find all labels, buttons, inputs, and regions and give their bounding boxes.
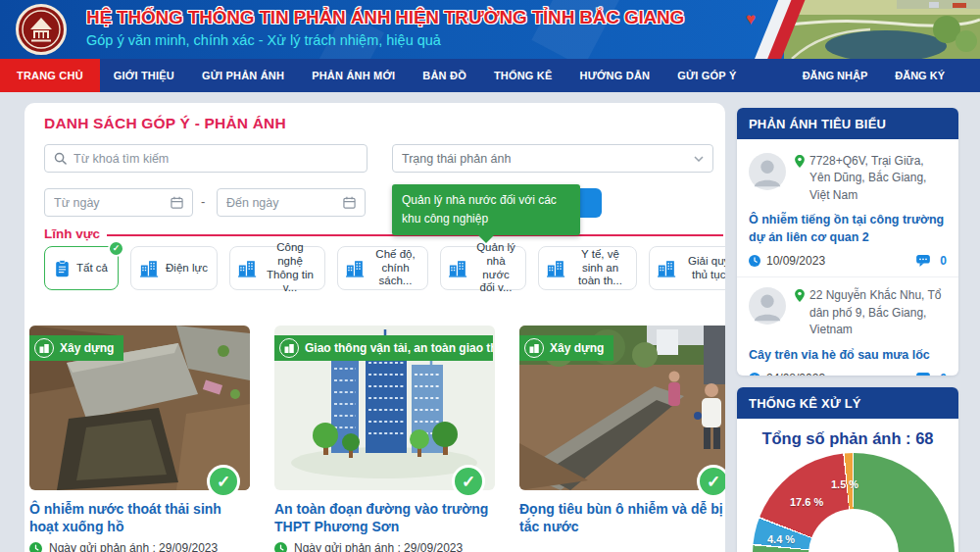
from-date-input[interactable]	[54, 196, 164, 210]
category-button-dien-luc[interactable]: Điện lực	[130, 246, 218, 290]
heart-icon: ♥	[746, 10, 756, 29]
category-section-label: Lĩnh vực	[44, 226, 100, 241]
card-date-text: Ngày gửi phản ánh : 29/09/2023	[49, 541, 218, 552]
building-icon	[34, 338, 54, 358]
featured-date: 24/08/2023	[766, 372, 825, 376]
avatar	[749, 287, 786, 325]
category-badge: Giao thông vận tải, an toàn giao thông	[274, 335, 493, 361]
featured-panel: PHẢN ÁNH TIÊU BIỂU 7728+Q6V, Trại Giữa, …	[737, 108, 958, 376]
nav-item-phan-anh-moi[interactable]: PHẢN ÁNH MỚI	[298, 59, 409, 92]
from-date-field	[44, 188, 193, 217]
badge-label: Xây dựng	[550, 341, 604, 355]
nav-item-ban-do[interactable]: BẢN ĐỒ	[409, 59, 480, 92]
featured-address: 22 Nguyễn Khắc Nhu, Tổ dân phố 9, Bắc Gi…	[809, 287, 947, 338]
building-icon	[547, 260, 565, 277]
check-icon: ✓	[108, 240, 124, 257]
donut-label-orange: 1.5 %	[831, 478, 858, 490]
stats-panel: THỐNG KÊ XỬ LÝ Tổng số phản ánh : 68 1.5…	[737, 387, 958, 552]
province-logo[interactable]	[16, 4, 67, 55]
report-photo: Xây dựng ✓	[519, 326, 725, 490]
clock-icon	[274, 542, 287, 552]
status-check-icon: ✓	[697, 465, 725, 498]
site-slogan: Góp ý văn minh, chính xác - Xử lý trách …	[86, 32, 684, 48]
date-range-separator: -	[201, 194, 205, 209]
building-icon	[140, 260, 159, 277]
search-icon	[54, 152, 67, 165]
category-label: Y tế, vệ sinh an toàn th...	[572, 248, 628, 288]
card-date-text: Ngày gửi phản ánh : 29/09/2023	[294, 541, 463, 552]
report-card[interactable]: Xây dựng ✓ Ô nhiễm nước thoát thải sinh …	[29, 326, 250, 552]
search-input[interactable]	[74, 152, 358, 166]
category-badge: Xây dựng	[519, 335, 613, 361]
nav-item-thong-ke[interactable]: THỐNG KÊ	[480, 59, 566, 92]
building-icon	[524, 338, 544, 358]
building-icon	[346, 260, 365, 277]
calendar-icon[interactable]	[343, 196, 356, 209]
status-check-icon: ✓	[452, 465, 485, 498]
nav-item-trang-chu[interactable]: TRANG CHỦ	[0, 59, 100, 92]
building-icon	[449, 260, 467, 277]
category-button-quan-ly[interactable]: Quản lý nhà nước đối v...	[440, 246, 526, 290]
stats-total: Tổng số phản ánh : 68	[737, 429, 958, 448]
card-title[interactable]: Đọng tiêu bùn ô nhiễm và dễ bị tắc nước	[519, 500, 725, 535]
nav-item-huong-dan[interactable]: HƯỚNG DẪN	[566, 59, 664, 92]
badge-label: Giao thông vận tải, an toàn giao thông	[305, 341, 493, 355]
main-nav: TRANG CHỦ GIỚI THIỆU GỬI PHẢN ÁNH PHẢN Á…	[0, 59, 980, 92]
card-date: Ngày gửi phản ánh : 29/09/2023	[29, 541, 250, 552]
featured-item[interactable]: 7728+Q6V, Trại Giữa, Yên Dũng, Bắc Giang…	[737, 143, 958, 276]
category-label: Giải quyết thủ tục...	[683, 255, 725, 282]
donut-label-red: 17.6 %	[790, 496, 823, 508]
main-panel: DANH SÁCH GÓP Ý - PHẢN ÁNH Trạng thái ph…	[24, 103, 725, 552]
report-photo: Xây dựng ✓	[29, 326, 250, 490]
nav-item-gui-gop-y[interactable]: GỬI GÓP Ý	[663, 59, 750, 92]
site-title: HỆ THỐNG THÔNG TIN PHẢN ÁNH HIỆN TRƯỜNG …	[86, 7, 684, 28]
category-button-giai-quyet[interactable]: Giải quyết thủ tục...	[649, 246, 725, 290]
stats-panel-title: THỐNG KÊ XỬ LÝ	[737, 387, 958, 419]
clock-icon	[749, 255, 760, 267]
category-label: Điện lực	[166, 262, 208, 276]
building-icon	[279, 338, 299, 358]
comment-icon	[916, 373, 930, 376]
card-title[interactable]: Ô nhiễm nước thoát thải sinh hoạt xuống …	[29, 500, 250, 536]
category-button-che-do[interactable]: Chế độ, chính sách...	[337, 246, 428, 290]
province-crest-icon	[22, 10, 61, 49]
comment-icon	[916, 255, 930, 267]
clock-icon	[749, 373, 760, 376]
status-select[interactable]: Trạng thái phản ánh	[392, 144, 713, 173]
comment-count: 0	[940, 254, 947, 268]
calendar-icon[interactable]	[171, 196, 183, 209]
category-badge: Xây dựng	[29, 335, 123, 361]
report-card[interactable]: Xây dựng ✓ Đọng tiêu bùn ô nhiễm và dễ b…	[519, 326, 725, 552]
card-title[interactable]: An toàn đoạn đường vào trường THPT Phươn…	[274, 500, 495, 536]
category-button-tat-ca[interactable]: Tất cả ✓	[44, 246, 119, 290]
app-header: ♥ HỆ THỐNG THÔNG TIN PHẢN ÁNH HIỆN TRƯỜN…	[0, 0, 980, 59]
header-banner-image	[784, 0, 980, 59]
featured-title[interactable]: Ô nhiễm tiếng ồn tại công trường dự án l…	[749, 211, 947, 246]
category-button-cong-nghe[interactable]: Công nghệ Thông tin v...	[229, 246, 325, 290]
status-check-icon: ✓	[207, 465, 240, 498]
clipboard-icon	[55, 260, 70, 277]
badge-label: Xây dựng	[60, 341, 114, 355]
login-link[interactable]: ĐĂNG NHẬP	[789, 59, 882, 92]
to-date-field	[217, 188, 366, 217]
avatar	[749, 153, 786, 190]
featured-panel-title: PHẢN ÁNH TIÊU BIỂU	[737, 108, 958, 139]
donut-chart: 1.5 % 17.6 % 4.4 %	[753, 453, 955, 552]
featured-item[interactable]: 22 Nguyễn Khắc Nhu, Tổ dân phố 9, Bắc Gi…	[737, 276, 958, 376]
category-button-y-te[interactable]: Y tế, vệ sinh an toàn th...	[538, 246, 637, 290]
page: ♥ HỆ THỐNG THÔNG TIN PHẢN ÁNH HIỆN TRƯỜN…	[0, 0, 980, 552]
featured-title[interactable]: Cây trên vỉa hè đổ sau mưa lốc	[749, 346, 947, 364]
building-icon	[658, 260, 676, 277]
nav-item-gui-phan-anh[interactable]: GỬI PHẢN ÁNH	[188, 59, 298, 92]
location-pin-icon	[795, 155, 805, 204]
report-card[interactable]: Giao thông vận tải, an toàn giao thông ✓…	[274, 326, 495, 552]
building-icon	[238, 260, 257, 277]
register-link[interactable]: ĐĂNG KÝ	[881, 59, 958, 92]
category-tooltip: Quản lý nhà nước đối với các khu công ng…	[392, 184, 580, 235]
nav-item-gioi-thieu[interactable]: GIỚI THIỆU	[100, 59, 188, 92]
to-date-input[interactable]	[226, 196, 336, 210]
report-illustration: Giao thông vận tải, an toàn giao thông ✓	[274, 326, 495, 490]
search-field	[44, 144, 368, 173]
category-label: Tất cả	[76, 262, 108, 276]
category-label: Chế độ, chính sách...	[371, 248, 419, 288]
